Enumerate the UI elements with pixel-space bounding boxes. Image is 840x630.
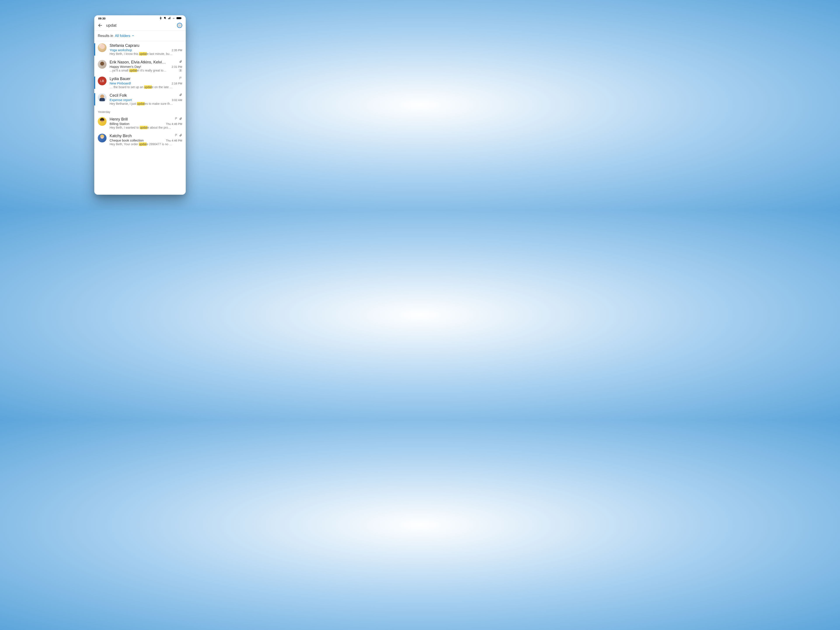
email-row[interactable]: Katchy BirchCheque book collectionThu 4:… — [94, 131, 186, 148]
subject: Happy Women's Day! — [110, 65, 141, 68]
highlight: updat — [144, 85, 152, 89]
preview: Hey Beth, I know this update last minute… — [110, 52, 182, 55]
section-header: Yesterday — [94, 107, 186, 115]
highlight: updat — [137, 102, 145, 106]
phone-frame: 09:30 ✕ Results in All folders Stefania … — [94, 15, 186, 195]
sender-name: Lydia Bauer — [110, 77, 130, 81]
unread-indicator — [94, 93, 95, 106]
sender-name: Katchy Birch — [110, 134, 132, 138]
time: 3:02 AM — [172, 98, 182, 102]
subject: New Pinboard! — [110, 81, 131, 85]
svg-rect-1 — [168, 18, 169, 19]
highlight: updat — [129, 69, 137, 72]
preview: ...ya"ll a small update! it's really gre… — [110, 69, 177, 72]
signal-icon — [168, 17, 171, 21]
time: 2:35 PM — [172, 49, 182, 52]
row-body: Erik Nason, Elvia Atkins, Kelvin...Happy… — [110, 60, 182, 72]
row-body: Henry BrillBilling StationThu 4:46 PMHey… — [110, 117, 182, 129]
attachment-icon — [179, 93, 182, 97]
row-body: Cecil FolkExpense report3:02 AMHey Betha… — [110, 93, 182, 106]
highlight: updat — [140, 126, 147, 129]
close-icon: ✕ — [178, 24, 181, 27]
preview: Hey Bethanie, I just updates to make sur… — [110, 102, 182, 106]
row-icons — [179, 60, 182, 64]
row-body: Katchy BirchCheque book collectionThu 4:… — [110, 134, 182, 146]
filter-value: All folders — [115, 34, 130, 38]
flag-icon — [179, 77, 182, 81]
battery-icon — [177, 17, 182, 20]
avatar: LB — [98, 77, 107, 85]
row-icons — [175, 134, 182, 137]
attachment-icon — [179, 134, 182, 137]
count-badge: 3 — [179, 69, 182, 72]
unread-indicator — [94, 43, 95, 55]
svg-rect-2 — [169, 18, 169, 19]
row-icons — [175, 117, 182, 121]
back-icon[interactable] — [98, 23, 103, 28]
row-icons — [179, 93, 182, 97]
subject: Expense report — [110, 98, 132, 102]
email-row[interactable]: Henry BrillBilling StationThu 4:46 PMHey… — [94, 115, 186, 131]
sender-name: Stefania Capraru — [110, 43, 139, 48]
subject: Cheque book collection — [110, 139, 144, 142]
flag-icon — [175, 117, 178, 121]
sender-name: Henry Brill — [110, 117, 128, 122]
sender-name: Erik Nason, Elvia Atkins, Kelvin... — [110, 60, 166, 65]
wifi-icon — [172, 17, 175, 21]
highlight: updat — [139, 52, 147, 55]
email-row[interactable]: LBLydia BauerNew Pinboard!2:16 PM… the b… — [94, 74, 186, 91]
attachment-icon — [179, 60, 182, 64]
attachment-icon — [179, 117, 182, 121]
search-bar: ✕ — [94, 21, 186, 31]
sender-name: Cecil Folk — [110, 93, 127, 98]
preview: Hey Beth, Your order update 2890477 is n… — [110, 142, 182, 146]
svg-rect-5 — [177, 17, 181, 19]
time: Thu 4:46 PM — [166, 139, 182, 142]
svg-rect-6 — [181, 17, 182, 19]
email-row[interactable]: Stefania CapraruYoga workshop2:35 PMHey … — [94, 41, 186, 58]
avatar — [98, 93, 107, 102]
mute-icon — [163, 17, 166, 21]
clear-search-button[interactable]: ✕ — [177, 23, 182, 28]
avatar — [98, 117, 107, 126]
avatar — [98, 134, 107, 142]
highlight: updat — [139, 142, 147, 146]
flag-icon — [175, 134, 178, 137]
avatar — [98, 60, 107, 69]
preview: Hey Beth, I wanted to update about the p… — [110, 126, 182, 129]
search-input[interactable] — [106, 23, 174, 28]
time: Thu 4:46 PM — [166, 122, 182, 126]
status-time: 09:30 — [98, 17, 106, 20]
chevron-down-icon — [132, 34, 134, 38]
time: 2:31 PM — [172, 65, 182, 68]
row-body: Stefania CapraruYoga workshop2:35 PMHey … — [110, 43, 182, 55]
svg-rect-3 — [169, 17, 170, 19]
bluetooth-icon — [159, 17, 162, 21]
time: 2:16 PM — [172, 82, 182, 85]
status-icons — [159, 17, 182, 21]
avatar — [98, 43, 107, 52]
row-icons — [179, 77, 182, 81]
subject: Yoga workshop — [110, 48, 132, 52]
email-row[interactable]: Erik Nason, Elvia Atkins, Kelvin...Happy… — [94, 58, 186, 74]
results-list[interactable]: Stefania CapraruYoga workshop2:35 PMHey … — [94, 41, 186, 195]
status-bar: 09:30 — [94, 15, 186, 21]
email-row[interactable]: Cecil FolkExpense report3:02 AMHey Betha… — [94, 91, 186, 107]
filter-bar[interactable]: Results in All folders — [94, 31, 186, 41]
unread-indicator — [94, 77, 95, 89]
row-body: Lydia BauerNew Pinboard!2:16 PM… the boa… — [110, 77, 182, 89]
subject: Billing Station — [110, 122, 129, 126]
preview: … the board to set up an update on the l… — [110, 85, 182, 89]
svg-rect-4 — [170, 17, 171, 19]
filter-label: Results in — [98, 34, 113, 38]
